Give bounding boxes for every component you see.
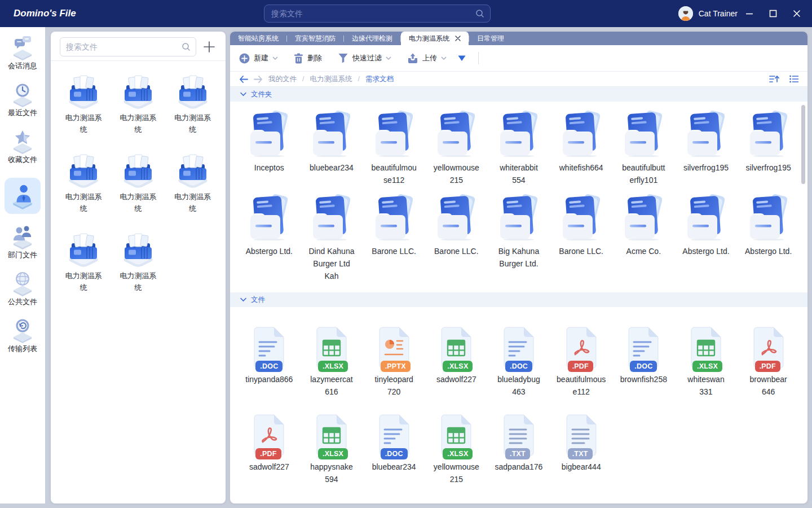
chevron-down-icon xyxy=(272,56,278,60)
file-item[interactable]: .XLSXlazymeercat​616 xyxy=(301,318,363,398)
scrollbar-thumb[interactable] xyxy=(801,105,805,184)
file-item[interactable]: .DOCblueladybug​463 xyxy=(488,318,550,398)
chevron-down-icon xyxy=(386,56,391,60)
quick-filter-button[interactable]: 快速过滤 xyxy=(338,53,391,63)
new-button[interactable]: 新建 xyxy=(239,53,278,64)
sort-button[interactable] xyxy=(769,75,779,83)
file-name: sadwolf​227 xyxy=(436,373,476,386)
project-box-icon xyxy=(175,73,211,110)
close-button[interactable] xyxy=(792,8,802,19)
tree-search-input[interactable] xyxy=(60,42,182,51)
folder-grid: Inceptosbluebear​234beautifulmouse​112ye… xyxy=(230,102,807,292)
project-item[interactable]: 电力测温系统 xyxy=(118,73,158,135)
filter-icon xyxy=(338,53,348,63)
sidebar-item-star[interactable]: 收藏文件 xyxy=(2,128,43,165)
folder-item[interactable]: beautifulmouse​112 xyxy=(363,111,425,186)
file-type-badge: .XLSX xyxy=(318,361,348,372)
project-item[interactable]: 电力测温系统 xyxy=(173,73,213,135)
sidebar-item-chat[interactable]: 会话消息 xyxy=(2,34,43,71)
file-item[interactable]: .TXTbigbear​444 xyxy=(550,406,612,485)
file-item[interactable]: .PDFbeautifulmouse​112 xyxy=(550,318,612,398)
file-item[interactable]: .TXTsadpanda​176 xyxy=(488,406,550,485)
back-button[interactable] xyxy=(239,76,248,83)
folder-item[interactable]: Barone LLC. xyxy=(363,194,425,282)
sidebar-item-globe[interactable]: 公共文件 xyxy=(2,270,43,307)
file-type-badge: .XLSX xyxy=(443,448,473,459)
files-section-header[interactable]: 文件 xyxy=(230,292,807,307)
folder-item[interactable]: Abstergo Ltd. xyxy=(238,194,301,282)
file-item[interactable]: .PDFsadwolf​227 xyxy=(238,406,301,485)
folder-item[interactable]: Abstergo Ltd. xyxy=(675,194,738,282)
file-name: happysnake​594 xyxy=(307,461,356,485)
file-item[interactable]: .DOCbluebear​234 xyxy=(363,406,425,485)
user-box[interactable]: Cat Trainer xyxy=(678,0,738,27)
close-tab-icon[interactable] xyxy=(455,36,461,41)
folder-icon xyxy=(563,194,600,240)
folder-item[interactable]: Abstergo Ltd. xyxy=(737,194,800,282)
tree-search[interactable] xyxy=(60,37,196,56)
file-item[interactable]: .XLSXsadwolf​227 xyxy=(425,318,488,398)
view-mode-button[interactable] xyxy=(789,75,798,83)
sidebar-item-transfer[interactable]: 传输列表 xyxy=(2,317,43,354)
folder-item[interactable]: silverfrog​195 xyxy=(675,111,738,186)
file-item[interactable]: .XLSXhappysnake​594 xyxy=(301,406,363,485)
folder-item[interactable]: Inceptos xyxy=(238,111,301,186)
sidebar-item-label: 最近文件 xyxy=(8,108,37,118)
sidebar-item-user[interactable] xyxy=(5,178,41,214)
more-actions-button[interactable] xyxy=(458,55,466,62)
sidebar-item-team[interactable]: 部门文件 xyxy=(2,223,43,260)
trash-icon xyxy=(294,53,303,64)
tab-3[interactable]: 边缘代理检测 xyxy=(344,32,400,45)
folder-item[interactable]: bluebear​234 xyxy=(301,111,363,186)
topbar-search-input[interactable] xyxy=(264,9,475,18)
project-label: 电力测温系统 xyxy=(64,112,103,135)
project-item[interactable]: 电力测温系统 xyxy=(173,152,213,214)
folder-item[interactable]: Barone LLC. xyxy=(425,194,488,282)
file-item[interactable]: .XLSXwhiteswan​331 xyxy=(675,318,738,398)
project-item[interactable]: 电力测温系统 xyxy=(64,73,103,135)
file-item[interactable]: .PPTXtinyleopard​720 xyxy=(363,318,425,398)
project-item[interactable]: 电力测温系统 xyxy=(64,231,103,294)
folder-icon xyxy=(687,111,725,157)
file-icon-pptx: .PPTX xyxy=(377,325,412,370)
folder-item[interactable]: silverfrog​195 xyxy=(737,111,800,186)
folder-item[interactable]: Acme Co. xyxy=(612,194,675,282)
minimize-button[interactable] xyxy=(744,8,754,19)
upload-icon xyxy=(407,53,418,64)
breadcrumb-item[interactable]: 需求文档 xyxy=(365,75,394,84)
breadcrumb-item[interactable]: 我的文件 xyxy=(268,75,297,84)
file-name: sadpanda​176 xyxy=(495,461,543,473)
file-item[interactable]: .DOCtinypanda​866 xyxy=(238,318,301,398)
project-label: 电力测温系统 xyxy=(173,191,213,214)
topbar-search[interactable] xyxy=(264,5,491,23)
tab-1[interactable]: 智能站房系统 xyxy=(230,32,286,45)
folder-item[interactable]: yellowmouse​215 xyxy=(425,111,488,186)
upload-button[interactable]: 上传 xyxy=(407,53,447,64)
tab-2[interactable]: 宜宾智慧消防 xyxy=(287,32,343,45)
file-item[interactable]: .PDFbrownbear​646 xyxy=(737,318,800,398)
breadcrumb-item[interactable]: 电力测温系统 xyxy=(310,75,352,84)
sidebar-item-clock[interactable]: 最近文件 xyxy=(2,81,43,118)
file-icon-doc: .DOC xyxy=(377,413,412,458)
tab-4[interactable]: 电力测温系统 xyxy=(401,32,469,45)
folder-item[interactable]: Dind Kahuna Burger Ltd Kah xyxy=(301,194,363,282)
file-item[interactable]: .XLSXyellowmouse​215 xyxy=(425,406,488,485)
folder-item[interactable]: whitefish​664 xyxy=(550,111,612,186)
tab-5[interactable]: 日常管理 xyxy=(469,32,512,45)
folders-section-header[interactable]: 文件夹 xyxy=(230,87,807,102)
forward-button[interactable] xyxy=(254,76,263,83)
file-name: whiteswan​331 xyxy=(681,373,731,398)
folder-item[interactable]: whiterabbit​554 xyxy=(488,111,550,186)
project-label: 电力测温系统 xyxy=(118,191,158,214)
file-item[interactable]: .DOCbrownfish​258 xyxy=(612,318,675,398)
project-item[interactable]: 电力测温系统 xyxy=(118,152,158,214)
maximize-button[interactable] xyxy=(768,8,778,19)
project-item[interactable]: 电力测温系统 xyxy=(118,231,158,294)
delete-button[interactable]: 删除 xyxy=(294,53,322,64)
folder-item[interactable]: Barone LLC. xyxy=(550,194,612,282)
folder-item[interactable]: beautifulbutterfly​101 xyxy=(612,111,675,186)
crumb-separator: / xyxy=(358,75,359,83)
add-project-button[interactable] xyxy=(202,40,217,54)
folder-item[interactable]: Big Kahuna Burger Ltd. xyxy=(488,194,550,282)
project-item[interactable]: 电力测温系统 xyxy=(64,152,103,214)
